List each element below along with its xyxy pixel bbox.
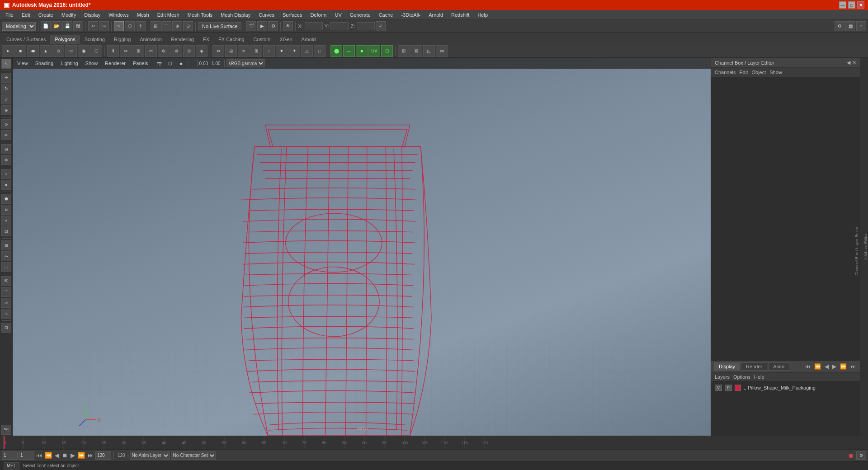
- bend-btn[interactable]: ⌒: [1, 287, 11, 297]
- preferences-button[interactable]: ⚙: [835, 21, 844, 31]
- layer-color-swatch[interactable]: [735, 385, 741, 391]
- right-panel-collapse-icon[interactable]: ◀: [847, 60, 850, 66]
- proj-cut-icon[interactable]: ✂: [145, 45, 157, 57]
- help-menu[interactable]: Help: [754, 374, 764, 380]
- options-menu[interactable]: Options: [733, 374, 750, 380]
- tab-rendering[interactable]: Rendering: [166, 35, 198, 44]
- scale-btn[interactable]: ⤢: [1, 94, 11, 104]
- select-tool-button[interactable]: ↖: [114, 21, 124, 31]
- no-anim-layer-select[interactable]: No Anim Layer: [130, 451, 170, 460]
- title-bar-controls[interactable]: — □ ✕: [839, 1, 864, 9]
- disk-icon[interactable]: ◉: [78, 45, 90, 57]
- range-start-field[interactable]: [2, 451, 18, 460]
- open-button[interactable]: 📂: [52, 21, 61, 31]
- face-mode-icon[interactable]: ■: [356, 45, 368, 57]
- viewport[interactable]: View Shading Lighting Show Renderer Pane…: [13, 58, 711, 436]
- menu-mesh[interactable]: Mesh: [133, 11, 153, 19]
- resolution-gate-btn[interactable]: [190, 62, 195, 64]
- select-tool-btn[interactable]: ↖: [1, 59, 11, 69]
- cylinder-icon[interactable]: ⬬: [27, 45, 39, 57]
- apply-transform-button[interactable]: ✓: [376, 21, 386, 31]
- sculpt-btn[interactable]: ⬟: [1, 194, 11, 204]
- x-field[interactable]: [305, 22, 323, 30]
- uv-mode-icon[interactable]: UV: [368, 45, 380, 57]
- average-icon[interactable]: ≈: [238, 45, 250, 57]
- snap-curve-button[interactable]: ⌒: [161, 21, 171, 31]
- plane-icon[interactable]: ▭: [65, 45, 77, 57]
- soft-select-btn[interactable]: ⊙: [1, 119, 11, 129]
- reduce-icon[interactable]: ▼: [276, 45, 288, 57]
- mode-selector[interactable]: Modeling: [2, 22, 36, 31]
- flip-icon[interactable]: ↕: [263, 45, 275, 57]
- play-back-icon[interactable]: ◀: [823, 362, 830, 371]
- menu-generate[interactable]: Generate: [346, 11, 374, 19]
- quad-draw-btn[interactable]: □: [1, 262, 11, 272]
- first-key-btn[interactable]: ⏮: [35, 452, 43, 459]
- merge-icon[interactable]: ⊗: [170, 45, 182, 57]
- redo-button[interactable]: ↪: [99, 21, 109, 31]
- menu-mesh-display[interactable]: Mesh Display: [217, 11, 254, 19]
- solid-icon[interactable]: ■: [177, 59, 186, 68]
- last-key-btn[interactable]: ⏭: [87, 452, 94, 459]
- mirror-icon[interactable]: ⇔: [212, 45, 224, 57]
- channels-menu[interactable]: Channels: [715, 70, 736, 75]
- vt-panels[interactable]: Panels: [130, 60, 151, 67]
- smooth-icon[interactable]: ◎: [225, 45, 237, 57]
- no-char-set-select[interactable]: No Character Set: [171, 451, 216, 460]
- current-frame-field[interactable]: [19, 451, 34, 460]
- cone-icon[interactable]: ▲: [40, 45, 52, 57]
- bool-icon[interactable]: ⊕: [158, 45, 170, 57]
- paint-sel-btn[interactable]: ●: [1, 180, 11, 190]
- layer-p-button[interactable]: P: [725, 385, 732, 391]
- append-icon[interactable]: ⊞: [132, 45, 144, 57]
- menu-mesh-tools[interactable]: Mesh Tools: [184, 11, 216, 19]
- menu-edit[interactable]: Edit: [18, 11, 34, 19]
- crease-btn[interactable]: ⊞: [1, 240, 11, 250]
- tab-animation[interactable]: Animation: [135, 35, 166, 44]
- lasso-btn[interactable]: ○: [1, 169, 11, 179]
- universal-manip-btn[interactable]: ⊕: [1, 105, 11, 115]
- menu-modify[interactable]: Modify: [58, 11, 80, 19]
- last-frame-icon[interactable]: ⏭: [849, 362, 857, 371]
- relax-btn[interactable]: ≋: [1, 205, 11, 215]
- next-key-btn[interactable]: ⏩: [77, 452, 86, 459]
- stop-btn[interactable]: ⏹: [61, 452, 69, 459]
- tab-anim[interactable]: Anim: [768, 362, 789, 371]
- preferences-btn[interactable]: ⚙: [856, 451, 866, 460]
- render-seq-button[interactable]: ▶: [257, 21, 267, 31]
- layer-row[interactable]: V P ...Pillow_Shape_Milk_Packaging: [713, 383, 858, 392]
- paint-weights-btn[interactable]: ✏: [1, 130, 11, 140]
- menu-3dto-all[interactable]: -3DtoAll-: [397, 11, 424, 19]
- tab-sculpting[interactable]: Sculpting: [80, 35, 109, 44]
- snap-together-btn[interactable]: ⊞: [1, 144, 11, 154]
- keep-faces-icon[interactable]: ⊠: [410, 45, 422, 57]
- sphere-icon[interactable]: ●: [2, 45, 14, 57]
- menu-create[interactable]: Create: [35, 11, 57, 19]
- right-panel-close-icon[interactable]: ✕: [852, 60, 856, 66]
- tab-rigging[interactable]: Rigging: [109, 35, 135, 44]
- menu-redshift[interactable]: Redshift: [448, 11, 473, 19]
- flare-btn[interactable]: ⊿: [1, 298, 11, 308]
- menu-display[interactable]: Display: [80, 11, 104, 19]
- select-constraint-icon[interactable]: ⊞: [398, 45, 410, 57]
- tab-arnold[interactable]: Arnold: [297, 35, 321, 44]
- grab-btn[interactable]: ⊡: [1, 226, 11, 236]
- triangulate-icon[interactable]: △: [301, 45, 313, 57]
- undo-button[interactable]: ↩: [88, 21, 98, 31]
- tab-fx-caching[interactable]: FX Caching: [214, 35, 249, 44]
- lasso-select-button[interactable]: ⬡: [125, 21, 135, 31]
- prev-key-icon[interactable]: ⏪: [813, 362, 822, 371]
- no-live-surface-label[interactable]: No Live Surface: [198, 22, 241, 30]
- tab-fx[interactable]: FX: [198, 35, 214, 44]
- new-scene-button[interactable]: 📄: [41, 21, 51, 31]
- next-key-icon[interactable]: ⏩: [839, 362, 848, 371]
- vt-renderer[interactable]: Renderer: [102, 60, 128, 67]
- edge-mode-icon[interactable]: —: [343, 45, 355, 57]
- move-tool-button[interactable]: ✛: [136, 21, 146, 31]
- minimize-button[interactable]: —: [839, 1, 846, 9]
- snap-grid-button[interactable]: ⊞: [151, 21, 160, 31]
- tab-xgen[interactable]: XGen: [275, 35, 297, 44]
- layer-v-button[interactable]: V: [715, 385, 722, 391]
- snap-surface-button[interactable]: ⊙: [183, 21, 193, 31]
- vt-view[interactable]: View: [14, 60, 31, 67]
